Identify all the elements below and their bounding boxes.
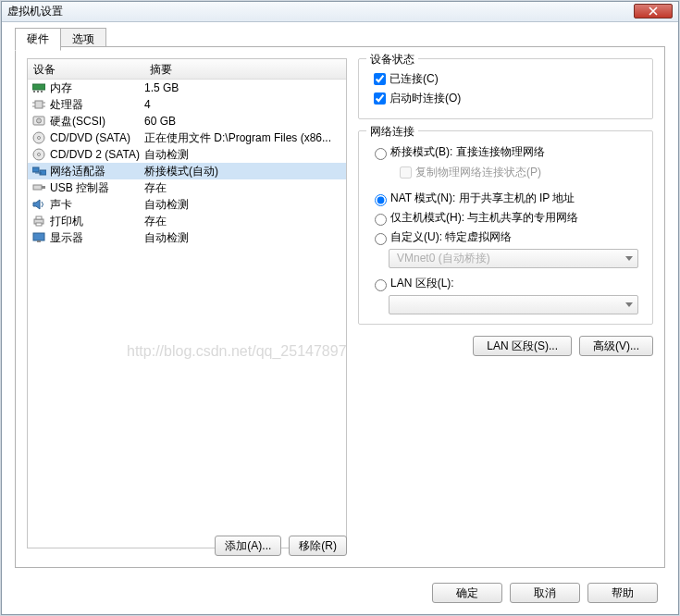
connect-at-power-checkbox[interactable]: 启动时连接(O) — [370, 90, 643, 107]
remove-button[interactable]: 移除(R) — [289, 536, 347, 556]
connected-input[interactable] — [374, 73, 386, 85]
dialog-footer: 确定 取消 帮助 — [432, 583, 658, 603]
radio-hostonly-label: 仅主机模式(H): 与主机共享的专用网络 — [390, 210, 578, 226]
hardware-list-header: 设备 摘要 — [28, 59, 346, 80]
radio-nat[interactable]: NAT 模式(N): 用于共享主机的 IP 地址 — [370, 191, 643, 206]
svg-rect-2 — [37, 91, 39, 92]
printer-icon — [31, 214, 46, 228]
device-summary: 桥接模式(自动) — [144, 164, 344, 179]
radio-lan-input[interactable] — [375, 279, 387, 291]
svg-rect-23 — [36, 223, 42, 226]
radio-hostonly[interactable]: 仅主机模式(H): 与主机共享的专用网络 — [370, 210, 643, 226]
radio-hostonly-input[interactable] — [375, 214, 387, 226]
lan-segments-button[interactable]: LAN 区段(S)... — [473, 336, 572, 356]
device-summary: 60 GB — [144, 115, 344, 128]
radio-custom[interactable]: 自定义(U): 特定虚拟网络 — [370, 229, 643, 245]
replicate-label: 复制物理网络连接状态(P) — [415, 165, 541, 180]
svg-rect-22 — [36, 216, 42, 219]
titlebar: 虚拟机设置 — [2, 2, 678, 22]
network-icon — [31, 164, 46, 179]
device-name: 显示器 — [50, 230, 144, 246]
hardware-actions: 添加(A)... 移除(R) — [27, 536, 347, 556]
hardware-list: 设备 摘要 内存1.5 GB处理器4硬盘(SCSI)60 GBCD/DVD (S… — [27, 58, 347, 548]
connected-checkbox[interactable]: 已连接(C) — [370, 70, 643, 88]
tab-hardware[interactable]: 硬件 — [15, 28, 61, 51]
svg-point-10 — [37, 118, 42, 123]
device-summary: 正在使用文件 D:\Program Files (x86... — [144, 130, 344, 146]
device-name: 硬盘(SCSI) — [50, 114, 144, 129]
hardware-rows: 内存1.5 GB处理器4硬盘(SCSI)60 GBCD/DVD (SATA)正在… — [28, 80, 346, 246]
radio-custom-label: 自定义(U): 特定虚拟网络 — [390, 229, 512, 245]
cd-icon — [31, 147, 46, 162]
advanced-button[interactable]: 高级(V)... — [579, 336, 653, 356]
radio-lan[interactable]: LAN 区段(L): — [370, 276, 643, 291]
radio-lan-label: LAN 区段(L): — [390, 276, 454, 291]
hardware-row[interactable]: CD/DVD 2 (SATA)自动检测 — [28, 146, 346, 163]
svg-rect-18 — [33, 185, 42, 190]
ok-button[interactable]: 确定 — [432, 583, 502, 603]
usb-icon — [31, 180, 46, 195]
tab-panel: 设备 摘要 内存1.5 GB处理器4硬盘(SCSI)60 GBCD/DVD (S… — [15, 46, 665, 568]
hardware-row[interactable]: 处理器4 — [28, 96, 346, 113]
device-summary: 存在 — [144, 214, 344, 229]
svg-rect-1 — [33, 91, 35, 92]
svg-rect-0 — [32, 84, 45, 90]
device-summary: 自动检测 — [144, 230, 344, 246]
hardware-row[interactable]: CD/DVD (SATA)正在使用文件 D:\Program Files (x8… — [28, 129, 346, 146]
device-summary: 自动检测 — [144, 197, 344, 213]
sound-icon — [31, 197, 46, 212]
device-name: CD/DVD 2 (SATA) — [50, 148, 144, 161]
device-name: CD/DVD (SATA) — [50, 131, 144, 144]
custom-vmnet-select: VMnet0 (自动桥接) — [389, 249, 638, 268]
svg-point-14 — [38, 154, 41, 156]
chevron-down-icon — [625, 256, 633, 261]
svg-rect-3 — [41, 91, 43, 92]
svg-marker-20 — [33, 200, 40, 209]
header-device: 设备 — [28, 59, 144, 79]
radio-custom-input[interactable] — [375, 233, 387, 245]
device-name: 打印机 — [50, 214, 144, 229]
monitor-icon — [31, 230, 46, 245]
help-button[interactable]: 帮助 — [587, 583, 658, 603]
close-icon — [649, 6, 658, 16]
svg-rect-24 — [33, 233, 44, 240]
hardware-row[interactable]: 声卡自动检测 — [28, 196, 346, 213]
replicate-input — [400, 166, 412, 179]
device-name: 内存 — [50, 80, 144, 96]
connected-label: 已连接(C) — [389, 71, 439, 87]
network-button-row: LAN 区段(S)... 高级(V)... — [358, 336, 653, 356]
radio-nat-label: NAT 模式(N): 用于共享主机的 IP 地址 — [390, 191, 575, 206]
custom-vmnet-value: VMnet0 (自动桥接) — [397, 251, 490, 266]
content: 硬件 选项 设备 摘要 内存1.5 GB处理器4硬盘(SCSI)60 GBCD/… — [2, 22, 678, 614]
device-summary: 4 — [144, 98, 344, 111]
network-connection-group: 网络连接 桥接模式(B): 直接连接物理网络 复制物理网络连接状态(P) NAT… — [358, 130, 653, 325]
header-summary: 摘要 — [144, 59, 346, 79]
radio-bridged-input[interactable] — [375, 148, 387, 160]
svg-rect-4 — [35, 101, 43, 108]
hardware-row[interactable]: 显示器自动检测 — [28, 229, 346, 246]
connect-at-power-input[interactable] — [374, 92, 386, 105]
hardware-row[interactable]: 硬盘(SCSI)60 GB — [28, 113, 346, 129]
hardware-row[interactable]: USB 控制器存在 — [28, 179, 346, 196]
window-title: 虚拟机设置 — [7, 4, 63, 19]
radio-bridged[interactable]: 桥接模式(B): 直接连接物理网络 — [370, 144, 643, 160]
cancel-button[interactable]: 取消 — [510, 583, 580, 603]
add-button[interactable]: 添加(A)... — [215, 536, 281, 556]
hardware-row[interactable]: 网络适配器桥接模式(自动) — [28, 163, 346, 179]
device-name: 处理器 — [50, 97, 144, 113]
right-pane: 设备状态 已连接(C) 启动时连接(O) 网络连接 桥接模式(B): 直接连接物 — [358, 58, 653, 356]
device-summary: 自动检测 — [144, 147, 344, 163]
chevron-down-icon — [625, 302, 633, 307]
svg-point-12 — [38, 137, 41, 140]
close-button[interactable] — [634, 4, 673, 18]
network-legend: 网络连接 — [366, 124, 418, 140]
radio-bridged-label: 桥接模式(B): 直接连接物理网络 — [390, 144, 545, 160]
connect-at-power-label: 启动时连接(O) — [389, 91, 461, 106]
device-summary: 1.5 GB — [144, 81, 344, 94]
svg-rect-25 — [37, 240, 41, 242]
device-status-legend: 设备状态 — [366, 52, 418, 68]
radio-nat-input[interactable] — [375, 194, 387, 206]
hardware-row[interactable]: 内存1.5 GB — [28, 80, 346, 96]
svg-rect-15 — [32, 167, 39, 172]
hardware-row[interactable]: 打印机存在 — [28, 213, 346, 229]
